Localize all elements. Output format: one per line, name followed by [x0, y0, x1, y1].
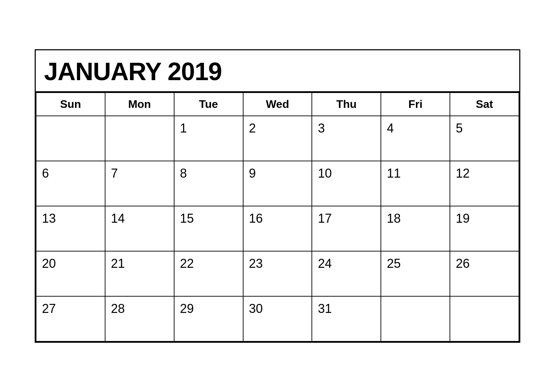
day-header-mon: Mon [105, 93, 174, 116]
day-number: 4 [387, 121, 444, 136]
day-number: 24 [318, 256, 375, 271]
day-number: 27 [42, 301, 99, 316]
day-number: 14 [111, 211, 168, 226]
day-header-thu: Thu [312, 93, 381, 116]
calendar-cell: 31 [312, 296, 381, 341]
calendar-cell: 22 [174, 251, 243, 296]
calendar-cell: 17 [312, 206, 381, 251]
day-header-wed: Wed [243, 93, 312, 116]
day-number: 30 [249, 301, 306, 316]
calendar-cell: 13 [36, 206, 105, 251]
calendar-cell: 19 [450, 206, 519, 251]
day-number: 26 [456, 256, 513, 271]
calendar-cell: 23 [243, 251, 312, 296]
calendar-cell: 30 [243, 296, 312, 341]
calendar-title: JANUARY 2019 [36, 50, 519, 92]
week-row-3: 13141516171819 [36, 206, 519, 251]
calendar-cell [36, 116, 105, 161]
day-number: 6 [42, 166, 99, 181]
day-number: 1 [180, 121, 237, 136]
day-number: 13 [42, 211, 99, 226]
day-number: 16 [249, 211, 306, 226]
day-number: 31 [318, 301, 375, 316]
day-number: 17 [318, 211, 375, 226]
day-number: 10 [318, 166, 375, 181]
calendar-cell: 21 [105, 251, 174, 296]
calendar-cell: 8 [174, 161, 243, 206]
calendar-cell: 12 [450, 161, 519, 206]
day-number: 22 [180, 256, 237, 271]
calendar-cell [381, 296, 450, 341]
calendar-cell: 1 [174, 116, 243, 161]
calendar-cell [105, 116, 174, 161]
calendar-cell: 10 [312, 161, 381, 206]
day-number: 23 [249, 256, 306, 271]
day-number: 29 [180, 301, 237, 316]
day-number: 25 [387, 256, 444, 271]
calendar-cell: 24 [312, 251, 381, 296]
calendar-cell: 27 [36, 296, 105, 341]
calendar-cell: 29 [174, 296, 243, 341]
day-number: 3 [318, 121, 375, 136]
header-row: SunMonTueWedThuFriSat [36, 93, 519, 116]
calendar-table: SunMonTueWedThuFriSat 123456789101112131… [36, 92, 519, 342]
calendar-cell: 18 [381, 206, 450, 251]
day-number: 5 [456, 121, 513, 136]
day-number: 20 [42, 256, 99, 271]
calendar-cell: 11 [381, 161, 450, 206]
day-number: 11 [387, 166, 444, 181]
calendar-cell: 20 [36, 251, 105, 296]
day-number: 9 [249, 166, 306, 181]
calendar-cell: 28 [105, 296, 174, 341]
calendar-cell [450, 296, 519, 341]
calendar-cell: 15 [174, 206, 243, 251]
day-header-fri: Fri [381, 93, 450, 116]
calendar-cell: 26 [450, 251, 519, 296]
calendar-cell: 3 [312, 116, 381, 161]
day-number: 2 [249, 121, 306, 136]
day-number: 21 [111, 256, 168, 271]
calendar-body: 1234567891011121314151617181920212223242… [36, 116, 519, 341]
calendar-cell: 5 [450, 116, 519, 161]
calendar-cell: 7 [105, 161, 174, 206]
day-number: 28 [111, 301, 168, 316]
calendar-cell: 2 [243, 116, 312, 161]
calendar-cell: 25 [381, 251, 450, 296]
week-row-4: 20212223242526 [36, 251, 519, 296]
calendar-cell: 6 [36, 161, 105, 206]
day-header-sun: Sun [36, 93, 105, 116]
calendar-cell: 14 [105, 206, 174, 251]
day-number: 15 [180, 211, 237, 226]
day-header-tue: Tue [174, 93, 243, 116]
week-row-5: 2728293031 [36, 296, 519, 341]
week-row-2: 6789101112 [36, 161, 519, 206]
calendar-cell: 9 [243, 161, 312, 206]
day-number: 12 [456, 166, 513, 181]
week-row-1: 12345 [36, 116, 519, 161]
day-number: 7 [111, 166, 168, 181]
day-header-sat: Sat [450, 93, 519, 116]
calendar-cell: 4 [381, 116, 450, 161]
day-number: 8 [180, 166, 237, 181]
calendar-cell: 16 [243, 206, 312, 251]
calendar: JANUARY 2019 SunMonTueWedThuFriSat 12345… [35, 49, 520, 343]
day-number: 18 [387, 211, 444, 226]
day-number: 19 [456, 211, 513, 226]
